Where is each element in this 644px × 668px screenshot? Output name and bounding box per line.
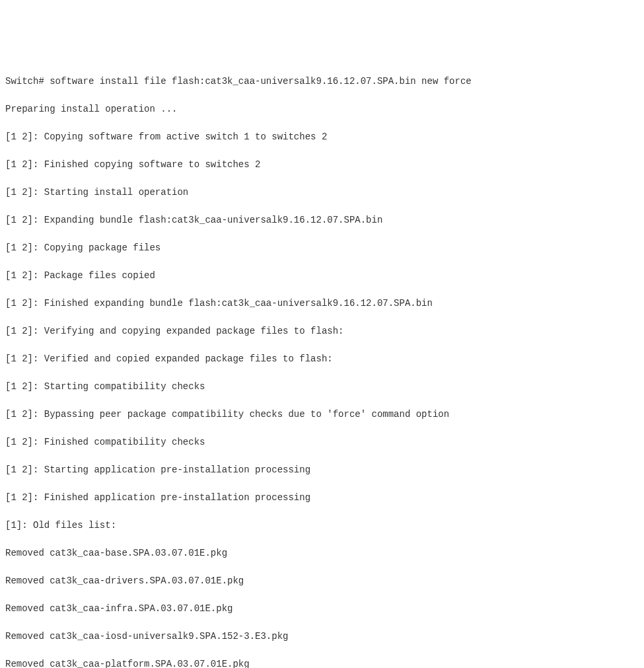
terminal-line: [1 2]: Expanding bundle flash:cat3k_caa-…: [5, 213, 639, 227]
terminal-line: Removed cat3k_caa-iosd-universalk9.SPA.1…: [5, 630, 639, 644]
terminal-line: [1]: Old files list:: [5, 519, 639, 533]
terminal-line: [1 2]: Bypassing peer package compatibil…: [5, 408, 639, 422]
terminal-line: Switch# software install file flash:cat3…: [5, 75, 639, 89]
terminal-line: [1 2]: Starting application pre-installa…: [5, 463, 639, 477]
terminal-line: Removed cat3k_caa-infra.SPA.03.07.01E.pk…: [5, 602, 639, 616]
terminal-line: [1 2]: Starting compatibility checks: [5, 380, 639, 394]
terminal-line: Removed cat3k_caa-base.SPA.03.07.01E.pkg: [5, 546, 639, 560]
terminal-line: [1 2]: Verified and copied expanded pack…: [5, 352, 639, 366]
terminal-line: [1 2]: Finished expanding bundle flash:c…: [5, 297, 639, 311]
terminal-line: [1 2]: Verifying and copying expanded pa…: [5, 324, 639, 338]
terminal-line: [1 2]: Copying software from active swit…: [5, 130, 639, 144]
terminal-line: [1 2]: Finished compatibility checks: [5, 435, 639, 449]
terminal-line: [1 2]: Starting install operation: [5, 186, 639, 200]
terminal-line: [1 2]: Finished copying software to swit…: [5, 158, 639, 172]
terminal-line: Preparing install operation ...: [5, 102, 639, 116]
terminal-line: [1 2]: Package files copied: [5, 269, 639, 283]
terminal-output: Switch# software install file flash:cat3…: [5, 61, 639, 668]
terminal-line: Removed cat3k_caa-platform.SPA.03.07.01E…: [5, 657, 639, 668]
terminal-line: [1 2]: Copying package files: [5, 241, 639, 255]
terminal-line: Removed cat3k_caa-drivers.SPA.03.07.01E.…: [5, 574, 639, 588]
terminal-line: [1 2]: Finished application pre-installa…: [5, 491, 639, 505]
